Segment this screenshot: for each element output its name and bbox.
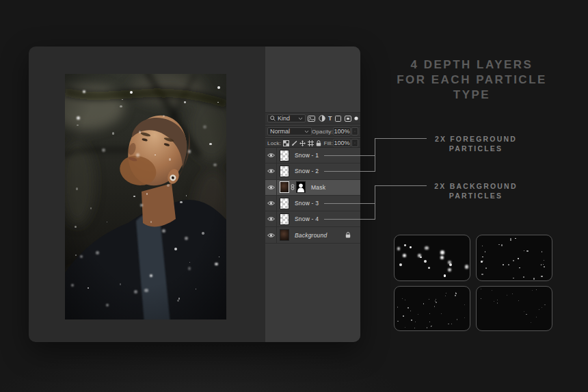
headline: 4 DEPTH LAYERS FOR EACH PARTICLE TYPE: [383, 57, 561, 103]
layer-name: Background: [295, 232, 327, 239]
opacity-value: 100%: [334, 128, 349, 135]
visibility-toggle[interactable]: [265, 211, 277, 226]
particle-sample-grid: [394, 235, 552, 331]
falling-snow-overlay: [65, 74, 226, 319]
connector-line-snow1: [324, 155, 375, 156]
lock-bar: Lock: Fill: 100%: [265, 138, 360, 148]
fill-dropdown-button[interactable]: [351, 139, 358, 147]
eye-icon: [267, 200, 275, 206]
opacity-value-field[interactable]: 100%: [333, 127, 351, 135]
visibility-toggle[interactable]: [265, 164, 277, 179]
eye-icon: [267, 233, 275, 238]
blend-mode-dropdown[interactable]: Normal: [267, 127, 312, 135]
headline-line-1: 4 DEPTH LAYERS: [383, 57, 561, 73]
eye-icon: [267, 185, 275, 190]
fill-value: 100%: [334, 140, 349, 146]
promo-graphic: Kind T Normal Opacity:: [0, 0, 588, 392]
document-photo: [65, 74, 226, 319]
mask-link-icon: [291, 184, 295, 190]
connector-bracket-foreground: [375, 138, 375, 172]
connector-line-snow4: [324, 219, 375, 220]
visibility-toggle[interactable]: [265, 148, 277, 163]
chevron-down-icon: [298, 117, 303, 120]
callout-foreground-title: 2X FOREGROUND: [420, 134, 532, 144]
layers-list: Snow - 1 Snow - 2 Mask Sn: [265, 148, 360, 244]
particle-sample-foreground-2: [476, 235, 552, 281]
particle-sample-background-2: [476, 286, 552, 331]
lock-transparency-icon[interactable]: [283, 139, 289, 147]
filter-toggle-icon[interactable]: [354, 114, 358, 122]
layer-thumbnail[interactable]: [280, 213, 289, 225]
layer-filter-bar: Kind T: [265, 112, 360, 125]
blend-opacity-bar: Normal Opacity: 100%: [265, 126, 360, 137]
lock-all-icon[interactable]: [316, 139, 321, 147]
shape-layer-filter-icon[interactable]: [335, 114, 341, 122]
layer-mask-thumbnail[interactable]: [296, 181, 306, 193]
lock-options: [283, 139, 321, 147]
opacity-dropdown-button[interactable]: [351, 127, 358, 135]
connector-line-snow3: [324, 203, 375, 204]
headline-line-3: TYPE: [383, 88, 561, 103]
visibility-toggle[interactable]: [265, 196, 277, 211]
filter-kind-label: Kind: [278, 115, 296, 122]
fill-label: Fill:: [324, 140, 333, 146]
layer-name: Snow - 4: [295, 215, 319, 222]
chevron-down-icon: [354, 130, 356, 133]
fill-value-field[interactable]: 100%: [333, 139, 351, 147]
eye-icon: [267, 216, 275, 222]
headline-line-2: FOR EACH PARTICLE: [383, 73, 561, 88]
canvas-area: [29, 47, 265, 342]
layer-name: Snow - 2: [295, 168, 319, 174]
layer-name: Snow - 3: [295, 200, 319, 207]
layer-thumbnail[interactable]: [280, 198, 289, 209]
callout-foreground: 2X FOREGROUND PARTICLES: [420, 134, 532, 153]
lock-label: Lock:: [267, 140, 281, 146]
layer-row-mask[interactable]: Mask: [265, 180, 360, 196]
layer-thumbnail[interactable]: [280, 150, 289, 161]
layers-panel: Kind T Normal Opacity:: [265, 47, 360, 342]
callout-background-subtitle: PARTICLES: [420, 191, 532, 200]
chevron-down-icon: [354, 142, 356, 144]
layer-thumbnail[interactable]: [280, 181, 289, 193]
layer-name: Snow - 1: [295, 152, 319, 159]
callout-background-title: 2X BACKGROUND: [420, 181, 532, 191]
type-layer-filter-icon[interactable]: T: [328, 114, 332, 122]
layer-row-background[interactable]: Background: [265, 227, 360, 243]
layer-locked-icon: [345, 232, 351, 238]
layer-name: Mask: [311, 184, 325, 191]
visibility-toggle[interactable]: [265, 227, 277, 242]
opacity-label: Opacity:: [312, 129, 333, 135]
connector-to-background-label: [375, 185, 427, 186]
layer-filter-kind-dropdown[interactable]: Kind: [267, 114, 306, 122]
lock-artboard-icon[interactable]: [308, 139, 314, 147]
pixel-layer-filter-icon[interactable]: [308, 114, 315, 122]
connector-bracket-background: [375, 185, 375, 220]
eye-icon: [267, 153, 275, 158]
lock-position-move-icon[interactable]: [299, 139, 306, 147]
particle-sample-foreground-1: [394, 235, 470, 281]
layer-thumbnail[interactable]: [280, 229, 289, 241]
adjustment-layer-filter-icon[interactable]: [319, 114, 325, 122]
eye-icon: [267, 168, 275, 174]
chevron-down-icon: [304, 130, 309, 133]
photoshop-window: Kind T Normal Opacity:: [29, 47, 360, 342]
blend-mode-value: Normal: [270, 128, 304, 135]
lock-pixels-brush-icon[interactable]: [291, 139, 297, 147]
visibility-toggle[interactable]: [265, 180, 277, 195]
smart-object-filter-icon[interactable]: [345, 114, 351, 122]
filter-type-icons: T: [308, 114, 358, 122]
layer-thumbnail[interactable]: [280, 166, 289, 177]
callout-background: 2X BACKGROUND PARTICLES: [420, 181, 532, 200]
search-icon: [270, 116, 276, 121]
callout-foreground-subtitle: PARTICLES: [420, 144, 532, 153]
connector-line-snow2: [324, 171, 375, 172]
particle-sample-background-1: [394, 286, 470, 331]
connector-to-foreground-label: [375, 138, 427, 139]
